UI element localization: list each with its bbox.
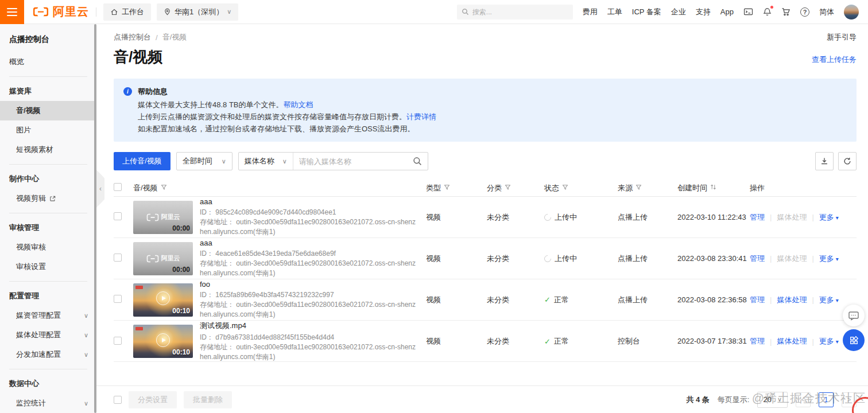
video-thumbnail[interactable]: 阿里云 00:00 xyxy=(133,242,193,275)
per-page-select[interactable]: 20 ∨ xyxy=(757,392,788,408)
video-duration: 00:00 xyxy=(172,266,190,274)
row-checkbox[interactable] xyxy=(114,254,122,262)
action-more-link[interactable]: 更多▾ xyxy=(819,295,839,305)
sidebar-item: 媒资库 xyxy=(0,81,96,101)
sort-icon[interactable] xyxy=(710,184,716,192)
media-storage-address: 存储地址： outin-3ecd00e59dfa11ec902800163e02… xyxy=(200,300,419,320)
batch-delete-button[interactable]: 批量删除 xyxy=(184,391,232,408)
refresh-button[interactable] xyxy=(838,152,857,170)
region-selector[interactable]: 华南1（深圳） ∨ xyxy=(157,3,238,21)
col-status-label: 状态 xyxy=(544,183,559,193)
col-media-label: 音/视频 xyxy=(133,183,158,193)
sidebar-item[interactable]: 图片 xyxy=(0,120,96,140)
sidebar-item[interactable]: 视频审核 xyxy=(0,237,96,257)
row-checkbox[interactable] xyxy=(114,295,122,303)
aliyun-logo[interactable]: 阿里云 xyxy=(32,4,89,20)
user-avatar[interactable] xyxy=(844,5,859,20)
video-thumbnail[interactable]: 阿里云 00:00 xyxy=(133,201,193,234)
cell-created: 2022-03-07 17:38:31 xyxy=(677,336,750,346)
current-page-button[interactable]: 1 xyxy=(819,392,834,407)
upload-media-button[interactable]: 上传音/视频 xyxy=(114,152,170,170)
nav-support[interactable]: 支持 xyxy=(696,7,711,17)
cell-status: ✓ 上传中 xyxy=(544,212,618,223)
action-process-link[interactable]: 媒体处理 xyxy=(777,212,807,223)
help-icon[interactable]: ? xyxy=(800,7,809,17)
footer-select-all-checkbox[interactable] xyxy=(114,396,122,404)
workbench-button[interactable]: 工作台 xyxy=(103,3,151,21)
help-doc-link[interactable]: 帮助文档 xyxy=(284,100,313,109)
action-process-link[interactable]: 媒体处理 xyxy=(777,295,807,305)
next-page-button[interactable]: > xyxy=(842,392,857,407)
filter-icon[interactable] xyxy=(505,184,511,192)
sidebar-item: 配置管理 xyxy=(0,286,96,306)
sidebar-item[interactable]: 短视频素材 xyxy=(0,140,96,159)
nav-tickets[interactable]: 工单 xyxy=(607,7,622,17)
prev-page-button[interactable]: < xyxy=(796,392,811,407)
action-manage-link[interactable]: 管理 xyxy=(750,212,765,223)
filter-icon[interactable] xyxy=(562,184,568,192)
search-field-select[interactable]: 媒体名称 ∨ xyxy=(239,153,293,170)
sidebar-item[interactable]: 概览 xyxy=(0,52,96,72)
sidebar-item[interactable]: 审核设置 xyxy=(0,257,96,276)
global-search-input[interactable] xyxy=(472,8,568,16)
terminal-icon[interactable] xyxy=(743,7,753,16)
media-name[interactable]: aaa xyxy=(200,239,419,247)
view-upload-tasks-link[interactable]: 查看上传任务 xyxy=(812,54,857,65)
cell-source: 控制台 xyxy=(618,336,677,346)
action-more-link[interactable]: 更多▾ xyxy=(819,336,839,346)
media-id: ID： 4eace61e85de43e19eda75e6dae68e9f xyxy=(200,249,419,259)
breadcrumb-root[interactable]: 点播控制台 xyxy=(114,32,151,42)
sidebar-item[interactable]: 媒体处理配置∨ xyxy=(0,325,96,345)
action-manage-link[interactable]: 管理 xyxy=(750,295,765,305)
nav-icp[interactable]: ICP 备案 xyxy=(632,7,661,17)
filter-icon[interactable] xyxy=(444,184,450,192)
notifications-bell-icon[interactable] xyxy=(763,7,772,17)
billing-detail-link[interactable]: 计费详情 xyxy=(406,112,436,121)
row-checkbox[interactable] xyxy=(114,337,122,345)
nav-app[interactable]: App xyxy=(720,7,734,16)
video-thumbnail[interactable]: 阿里云 00:10 xyxy=(133,283,193,317)
action-process-link[interactable]: 媒体处理 xyxy=(777,336,807,346)
sidebar-divider xyxy=(9,369,87,369)
nav-fees[interactable]: 费用 xyxy=(583,7,598,17)
action-process-link[interactable]: 媒体处理 xyxy=(777,254,807,264)
media-name[interactable]: aaa xyxy=(200,197,419,206)
sidebar-item[interactable]: 视频剪辑 xyxy=(0,189,96,208)
category-settings-button[interactable]: 分类设置 xyxy=(129,391,177,408)
hamburger-menu-button[interactable] xyxy=(0,0,24,24)
action-manage-link[interactable]: 管理 xyxy=(750,336,765,346)
search-icon[interactable] xyxy=(413,157,422,166)
sidebar-item[interactable]: 监控统计∨ xyxy=(0,393,96,413)
global-search[interactable] xyxy=(457,5,573,20)
sidebar-item[interactable]: 分发加速配置∨ xyxy=(0,345,96,364)
sidebar-item[interactable]: 媒资管理配置∨ xyxy=(0,306,96,325)
filter-icon[interactable] xyxy=(636,184,642,192)
select-all-checkbox[interactable] xyxy=(114,183,122,191)
sidebar-item: 制作中心 xyxy=(0,169,96,189)
action-manage-link[interactable]: 管理 xyxy=(750,254,765,264)
help-line-2-text: 上传到云点播的媒资源文件和处理后的媒资文件按存储容量峰值与存放日期计费。 xyxy=(138,112,406,121)
media-name[interactable]: foo xyxy=(200,280,419,289)
time-filter-select[interactable]: 全部时间 ∨ xyxy=(176,152,232,170)
sidebar-item[interactable]: 音/视频 xyxy=(0,101,96,120)
media-id-label: ID： xyxy=(200,208,215,216)
nav-enterprise[interactable]: 企业 xyxy=(671,7,686,17)
breadcrumb-current: 音/视频 xyxy=(162,32,187,42)
apps-grid-icon xyxy=(849,336,859,345)
col-actions-label: 操作 xyxy=(750,183,765,193)
action-more-link[interactable]: 更多▾ xyxy=(819,212,839,223)
video-thumbnail[interactable]: 阿里云 00:10 xyxy=(133,325,193,358)
quick-apps-button[interactable] xyxy=(843,329,865,351)
export-download-button[interactable] xyxy=(815,152,834,170)
filter-icon[interactable] xyxy=(161,184,167,192)
action-more-link[interactable]: 更多▾ xyxy=(819,254,839,264)
media-name[interactable]: 测试视频.mp4 xyxy=(200,321,419,331)
language-switch[interactable]: 简体 xyxy=(819,7,834,17)
feedback-chat-button[interactable] xyxy=(843,305,865,326)
media-name-input[interactable] xyxy=(293,157,413,166)
video-duration: 00:10 xyxy=(172,348,190,356)
beginner-guide-link[interactable]: 新手引导 xyxy=(827,32,857,42)
play-icon xyxy=(156,291,170,305)
cart-icon[interactable] xyxy=(781,7,790,16)
row-checkbox[interactable] xyxy=(114,212,122,220)
